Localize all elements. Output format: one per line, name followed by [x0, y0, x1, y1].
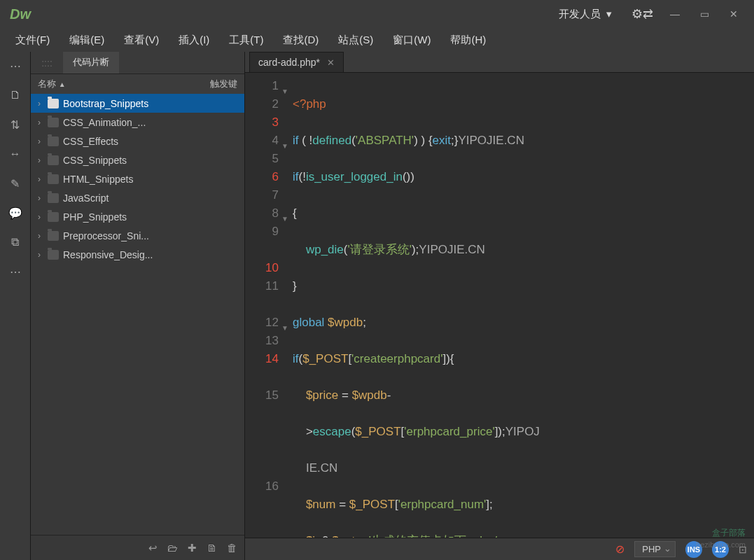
cursor-pos-badge[interactable]: 1:2 — [712, 541, 729, 558]
workspace-dropdown[interactable]: 开发人员 ▾ — [546, 5, 624, 24]
snippet-label: HTML_Snippets — [63, 174, 133, 185]
chevron-right-icon: › — [35, 250, 43, 260]
workspace-label: 开发人员 — [559, 8, 601, 21]
menu-item[interactable]: 工具(T) — [219, 29, 273, 51]
minimize-button[interactable]: — — [660, 4, 690, 24]
snippet-label: Bootstrap_Snippets — [63, 98, 148, 109]
menu-item[interactable]: 文件(F) — [6, 29, 60, 51]
delete-icon[interactable]: 🗑 — [227, 542, 237, 554]
snippet-folder[interactable]: ›CSS_Effects — [31, 132, 244, 150]
snippet-folder[interactable]: ›Preprocessor_Sni... — [31, 226, 244, 245]
new-snippet-icon[interactable]: ✚ — [188, 542, 197, 554]
chevron-right-icon: › — [35, 118, 43, 127]
error-indicator-icon[interactable]: ⊘ — [615, 542, 624, 556]
menu-item[interactable]: 插入(I) — [169, 29, 219, 51]
open-folder-icon[interactable]: 🗁 — [167, 542, 178, 554]
snippet-label: CSS_Effects — [63, 136, 118, 147]
undo-icon[interactable]: ↩ — [148, 542, 158, 554]
chevron-right-icon: › — [35, 174, 43, 184]
folder-icon — [48, 212, 59, 222]
col-trigger: 触发键 — [210, 78, 237, 90]
panel-drag-handle[interactable]: :::: — [31, 52, 63, 74]
chevron-right-icon: › — [35, 155, 43, 165]
snippet-folder[interactable]: ›Responsive_Desig... — [31, 245, 244, 264]
folder-icon — [48, 250, 59, 260]
file-tab-label: card-add.php* — [258, 57, 320, 68]
menu-item[interactable]: 帮助(H) — [440, 29, 496, 51]
statusbar: ⊘ PHP INS 1:2 ⊡ — [245, 538, 754, 560]
git-icon[interactable]: ⇅ — [7, 116, 24, 133]
arrows-icon[interactable]: ↔ — [7, 146, 24, 162]
overflow-icon[interactable]: ⊡ — [739, 544, 747, 555]
ins-badge[interactable]: INS — [685, 541, 702, 558]
snippet-label: CSS_Animation_... — [63, 117, 146, 128]
snippet-folder[interactable]: ›JavaScript — [31, 188, 244, 207]
menu-item[interactable]: 编辑(E) — [60, 29, 114, 51]
more-icon[interactable]: ⋯ — [7, 263, 24, 280]
line-gutter: 1▼234▼5678▼9101112▼13141516 — [245, 73, 286, 538]
close-button[interactable]: ✕ — [719, 4, 748, 24]
snippet-label: Responsive_Desig... — [63, 249, 153, 260]
snippet-folder[interactable]: ›PHP_Snippets — [31, 207, 244, 226]
snippet-folder[interactable]: ›CSS_Snippets — [31, 150, 244, 169]
edit-icon[interactable]: 🗎 — [207, 542, 217, 554]
snippet-label: Preprocessor_Sni... — [63, 230, 149, 241]
menu-item[interactable]: 窗口(W) — [383, 29, 440, 51]
app-logo: Dw — [10, 6, 31, 22]
comment-icon[interactable]: 💬 — [7, 204, 24, 221]
snippet-label: CSS_Snippets — [63, 155, 127, 166]
chevron-right-icon: › — [35, 193, 43, 203]
menu-item[interactable]: 查看(V) — [114, 29, 169, 51]
menu-item[interactable]: 查找(D) — [273, 29, 328, 51]
folder-icon — [48, 231, 59, 241]
preview-icon[interactable]: ⧉ — [7, 234, 24, 251]
folder-icon — [48, 193, 59, 203]
left-toolbar: ⋯ 🗋 ⇅ ↔ ✎ 💬 ⧉ ⋯ — [0, 52, 31, 560]
code-editor[interactable]: <?php if ( !defined('ABSPATH') ) {exit;}… — [286, 73, 754, 538]
file-icon[interactable]: 🗋 — [7, 87, 24, 104]
snippet-label: JavaScript — [63, 192, 109, 204]
chevron-right-icon: › — [35, 212, 43, 222]
panel-tab-snippets[interactable]: 代码片断 — [63, 52, 119, 74]
folder-icon — [48, 174, 59, 184]
menu-item[interactable]: 站点(S) — [328, 29, 383, 51]
chevron-right-icon: › — [35, 136, 43, 146]
chevron-right-icon: › — [35, 99, 43, 108]
language-dropdown[interactable]: PHP — [634, 541, 676, 557]
maximize-button[interactable]: ▭ — [690, 4, 719, 24]
chevron-down-icon: ▾ — [606, 8, 612, 20]
chevron-right-icon: › — [35, 231, 43, 241]
snippet-folder[interactable]: ›Bootstrap_Snippets — [31, 94, 244, 113]
folder-icon — [48, 136, 59, 146]
snippet-folder[interactable]: ›CSS_Animation_... — [31, 113, 244, 132]
col-name: 名称 ▲ — [38, 78, 210, 90]
sync-settings-icon[interactable]: ⚙⇄ — [631, 6, 653, 22]
folder-icon — [48, 155, 59, 165]
handle-icon[interactable]: ⋯ — [7, 57, 24, 74]
snippet-folder[interactable]: ›HTML_Snippets — [31, 169, 244, 188]
file-tab[interactable]: card-add.php* ✕ — [249, 52, 344, 72]
menubar: 文件(F)编辑(E)查看(V)插入(I)工具(T)查找(D)站点(S)窗口(W)… — [0, 28, 754, 52]
wand-icon[interactable]: ✎ — [7, 175, 24, 192]
folder-icon — [48, 99, 59, 108]
snippet-label: PHP_Snippets — [63, 211, 127, 223]
folder-icon — [48, 118, 59, 127]
tab-close-icon[interactable]: ✕ — [327, 57, 335, 68]
snippets-panel: :::: 代码片断 名称 ▲ 触发键 ›Bootstrap_Snippets›C… — [31, 52, 245, 560]
